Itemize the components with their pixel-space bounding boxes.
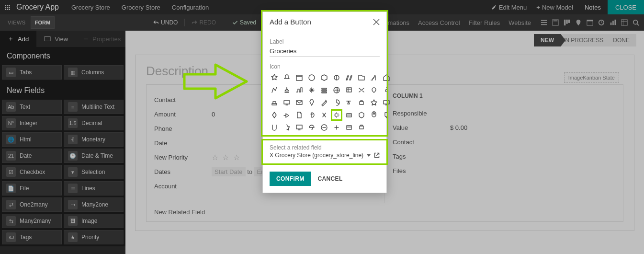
icon-option-47[interactable] <box>357 123 366 132</box>
icon-option-16[interactable] <box>344 85 354 95</box>
icon-option-25[interactable] <box>332 98 341 107</box>
icon-option-11[interactable] <box>282 85 292 95</box>
notes-button[interactable]: Notes <box>578 0 608 14</box>
field-many2many[interactable]: ⇆Many2many <box>2 214 62 228</box>
field-selection[interactable]: ▾Selection <box>64 165 124 179</box>
form-row-files[interactable]: Files <box>393 163 615 178</box>
activity-view-icon[interactable] <box>598 19 605 26</box>
icon-option-12[interactable] <box>294 85 304 95</box>
redo-button[interactable]: REDO <box>189 19 219 26</box>
component-columns[interactable]: ▥Columns <box>64 65 124 80</box>
field-integer[interactable]: N°Integer <box>2 116 62 130</box>
form-view-icon[interactable] <box>552 19 559 26</box>
icon-option-14[interactable] <box>319 85 329 95</box>
icon-option-40[interactable] <box>270 123 279 132</box>
form-row-contact[interactable]: Contact <box>393 135 615 149</box>
icon-option-24[interactable] <box>319 98 329 107</box>
form-tab[interactable]: FORM <box>31 16 55 29</box>
icon-option-9[interactable] <box>382 73 391 82</box>
icon-option-43[interactable] <box>307 123 316 132</box>
field-many2one[interactable]: ⇢Many2one <box>64 197 124 212</box>
confirm-button[interactable]: CONFIRM <box>270 172 311 186</box>
icon-option-7[interactable] <box>357 73 366 82</box>
field-date[interactable]: 21Date <box>2 149 62 163</box>
field-html[interactable]: 🌐Html <box>2 132 62 147</box>
column-1-heading[interactable]: COLUMN 1 <box>393 92 615 99</box>
icon-option-34[interactable] <box>319 110 329 120</box>
icon-option-4[interactable] <box>319 73 329 82</box>
undo-button[interactable]: UNDO <box>150 19 181 26</box>
nav-link-grocery-store-2[interactable]: Grocery Store <box>116 4 166 11</box>
icon-option-38[interactable] <box>369 110 379 120</box>
close-button[interactable]: CLOSE <box>608 0 644 14</box>
calendar-view-icon[interactable] <box>587 19 593 26</box>
label-input[interactable] <box>270 46 380 57</box>
icon-option-13[interactable] <box>307 85 316 95</box>
icon-option-21[interactable] <box>282 98 292 107</box>
icon-option-22[interactable] <box>294 98 304 107</box>
field-file[interactable]: 📄File <box>2 181 62 196</box>
icon-option-41[interactable] <box>282 123 292 132</box>
map-view-icon[interactable] <box>575 19 582 26</box>
graph-view-icon[interactable] <box>610 19 616 26</box>
form-row-tags[interactable]: Tags <box>393 149 615 163</box>
icon-option-37[interactable] <box>357 110 366 120</box>
website-link[interactable]: Website <box>508 19 531 26</box>
icon-option-36[interactable] <box>344 110 354 120</box>
icon-option-19[interactable] <box>382 85 391 95</box>
icon-option-28[interactable] <box>369 98 379 107</box>
field-priority[interactable]: ★Priority <box>64 230 124 244</box>
edit-menu-link[interactable]: Edit Menu <box>486 4 532 11</box>
icon-option-5[interactable] <box>332 73 341 82</box>
field-tags[interactable]: 🏷Tags <box>2 230 62 244</box>
external-link-icon[interactable] <box>374 152 380 158</box>
component-tabs[interactable]: ▭Tabs <box>2 65 62 80</box>
sidebar-tab-view[interactable]: View <box>36 31 76 47</box>
icon-option-0[interactable] <box>270 73 279 82</box>
icon-option-15[interactable] <box>332 85 341 95</box>
icon-option-26[interactable] <box>344 98 354 107</box>
icon-option-18[interactable] <box>369 85 379 95</box>
icon-option-29[interactable] <box>382 98 391 107</box>
nav-link-grocery-store-1[interactable]: Grocery Store <box>66 4 116 11</box>
icon-option-35[interactable] <box>332 110 341 120</box>
stage-done[interactable]: DONE <box>606 34 636 46</box>
icon-option-10[interactable] <box>270 85 279 95</box>
icon-option-23[interactable] <box>307 98 316 107</box>
icon-option-33[interactable] <box>307 110 316 120</box>
field-image[interactable]: 🖼Image <box>64 214 124 228</box>
field-checkbox[interactable]: ☑Checkbox <box>2 165 62 179</box>
field-monetary[interactable]: €Monetary <box>64 132 124 147</box>
sidebar-tab-add[interactable]: ＋ Add <box>0 31 36 47</box>
pivot-view-icon[interactable] <box>621 19 628 26</box>
icon-option-17[interactable] <box>357 85 366 95</box>
field-one2many[interactable]: ⇄One2many <box>2 197 62 212</box>
new-model-link[interactable]: + New Model <box>531 4 578 11</box>
field-lines[interactable]: ≣Lines <box>64 181 124 196</box>
app-title[interactable]: Grocery App <box>14 3 66 12</box>
field-decimal[interactable]: 1.5Decimal <box>64 116 124 130</box>
search-view-icon[interactable] <box>633 19 639 26</box>
icon-option-31[interactable] <box>282 110 292 120</box>
field-date-time[interactable]: 🕒Date & Time <box>64 149 124 163</box>
icon-option-6[interactable] <box>344 73 354 82</box>
priority-stars[interactable]: ☆ ☆ ☆ <box>212 153 241 162</box>
icon-option-46[interactable] <box>344 123 354 132</box>
icon-option-1[interactable] <box>282 73 292 82</box>
field-text[interactable]: AbText <box>2 100 62 114</box>
field-multiline-text[interactable]: ≡Multiline Text <box>64 100 124 114</box>
icon-option-42[interactable] <box>294 123 304 132</box>
list-view-icon[interactable] <box>541 19 547 26</box>
icon-option-32[interactable] <box>294 110 304 120</box>
form-row-responsible[interactable]: Responsible <box>393 106 615 120</box>
filter-rules-link[interactable]: Filter Rules <box>469 19 500 26</box>
icon-option-27[interactable] <box>357 98 366 107</box>
related-field-select[interactable]: X Grocery Store (grocery_store_line) <box>270 152 371 159</box>
stage-new[interactable]: NEW <box>534 34 561 46</box>
icon-option-30[interactable] <box>270 110 279 120</box>
icon-option-39[interactable] <box>382 110 391 120</box>
kanban-state-placeholder[interactable]: ImageKanban State <box>564 72 619 83</box>
access-control-link[interactable]: Access Control <box>418 19 460 26</box>
form-row-value[interactable]: Value$ 0.00 <box>393 120 615 135</box>
icon-option-2[interactable] <box>294 73 304 82</box>
